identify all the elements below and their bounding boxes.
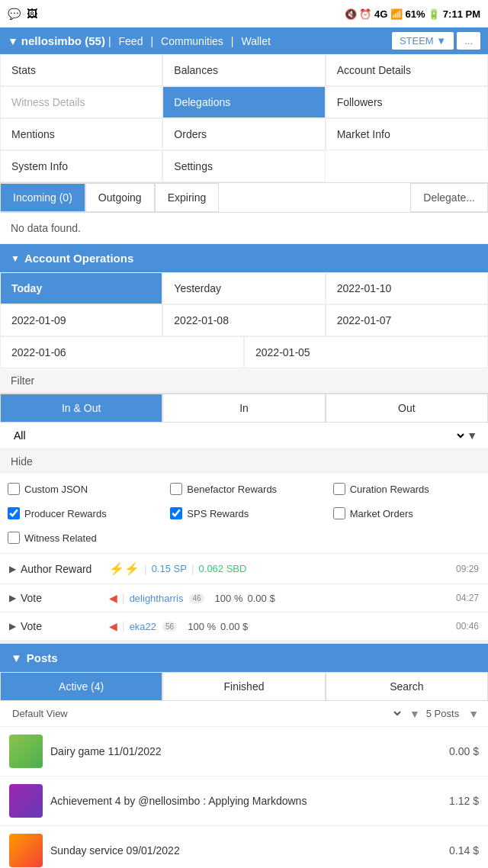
op-vote-2[interactable]: ▶ Vote ◀ | eka22 56 100 % 0.00 $ 00:46 xyxy=(0,612,488,641)
vote-direction-icon: ◀ xyxy=(109,592,117,604)
tab-finished-posts[interactable]: Finished xyxy=(162,672,325,701)
op-time-label: 04:27 xyxy=(456,593,479,603)
more-button[interactable]: ... xyxy=(457,32,480,50)
tab-incoming[interactable]: Incoming (0) xyxy=(0,183,85,212)
post-title-dairy1: Dairy game 11/01/2022 xyxy=(50,745,441,757)
steem-logo-icon: ⚡⚡ xyxy=(109,561,140,576)
benefactor-rewards-checkbox[interactable] xyxy=(170,483,182,495)
op-user-label[interactable]: delightharris xyxy=(130,593,184,604)
op-sbd-amount: 0.062 SBD xyxy=(199,563,247,574)
filter-all-select[interactable]: All Votes Comments Transfers Rewards xyxy=(11,429,467,442)
posts-list: Dairy game 11/01/2022 0.00 $ Achievement… xyxy=(0,727,488,868)
hide-curation-rewards[interactable]: Curation Rewards xyxy=(326,477,488,501)
menu-account-details[interactable]: Account Details xyxy=(326,54,488,86)
post-item-achievement[interactable]: Achievement 4 by @nellosimbo : Applying … xyxy=(0,776,488,826)
post-value-sunday: 0.14 $ xyxy=(449,844,479,857)
hide-custom-json[interactable]: Custom JSON xyxy=(0,477,162,501)
communities-link[interactable]: Communities xyxy=(156,34,228,49)
filter-label: Filter xyxy=(0,368,488,394)
dropdown-arrow-icon: ▼ xyxy=(467,429,477,442)
post-title-sunday: Sunday service 09/01/2022 xyxy=(50,844,441,857)
tab-active-posts[interactable]: Active (4) xyxy=(0,672,162,701)
op-author-reward[interactable]: ▶ Author Reward ⚡⚡ | 0.15 SP | 0.062 SBD… xyxy=(0,554,488,584)
sps-rewards-checkbox[interactable] xyxy=(170,507,182,519)
menu-stats[interactable]: Stats xyxy=(0,54,162,86)
op-expand-icon[interactable]: ▶ xyxy=(9,564,16,574)
menu-followers[interactable]: Followers xyxy=(326,86,488,118)
filter-tabs: In & Out In Out xyxy=(0,394,488,423)
menu-orders[interactable]: Orders xyxy=(162,118,325,150)
witness-related-checkbox[interactable] xyxy=(8,532,20,544)
date-yesterday[interactable]: Yesterday xyxy=(162,272,325,304)
curation-rewards-checkbox[interactable] xyxy=(333,483,345,495)
filter-tab-in[interactable]: In xyxy=(162,394,325,423)
date-2022-01-08[interactable]: 2022-01-08 xyxy=(162,304,325,336)
filter-tab-out[interactable]: Out xyxy=(326,394,488,423)
feed-link[interactable]: Feed xyxy=(114,34,148,49)
post-thumb-achievement xyxy=(9,784,43,818)
op-type-label: Author Reward xyxy=(21,563,104,575)
hide-label: Hide xyxy=(0,449,488,474)
op-val-label: 0.00 $ xyxy=(220,621,248,632)
op-vote-1[interactable]: ▶ Vote ◀ | delightharris 46 100 % 0.00 $… xyxy=(0,584,488,612)
tab-outgoing[interactable]: Outgoing xyxy=(85,183,155,212)
hide-sps-rewards[interactable]: SPS Rewards xyxy=(162,501,325,526)
op-user-label[interactable]: eka22 xyxy=(130,621,156,632)
post-item-sunday[interactable]: Sunday service 09/01/2022 0.14 $ xyxy=(0,826,488,868)
tab-delegate[interactable]: Delegate... xyxy=(410,183,488,212)
menu-system-info[interactable]: System Info xyxy=(0,150,162,182)
hide-witness-related[interactable]: Witness Related xyxy=(0,526,162,550)
username-label[interactable]: nellosimbo (55) xyxy=(21,34,105,47)
date-2022-01-09[interactable]: 2022-01-09 xyxy=(0,304,162,336)
menu-balances[interactable]: Balances xyxy=(162,54,325,86)
op-expand-icon[interactable]: ▶ xyxy=(9,621,16,632)
curation-rewards-label: Curation Rewards xyxy=(350,484,429,495)
battery-label: 61% xyxy=(406,8,425,20)
tab-search-posts[interactable]: Search xyxy=(326,672,488,701)
market-orders-checkbox[interactable] xyxy=(333,507,345,519)
op-val-label: 0.00 $ xyxy=(247,593,274,604)
posts-count-arrow-icon: ▼ xyxy=(468,708,479,720)
time-label: 7:11 PM xyxy=(443,8,480,20)
hide-producer-rewards[interactable]: Producer Rewards xyxy=(0,501,162,526)
user-badge: 56 xyxy=(162,622,177,632)
posts-header: ▼ Posts xyxy=(0,644,488,672)
producer-rewards-checkbox[interactable] xyxy=(8,507,20,519)
menu-witness-details[interactable]: Witness Details xyxy=(0,86,162,118)
status-left: 💬 🖼 xyxy=(8,8,37,20)
date-today[interactable]: Today xyxy=(0,272,162,304)
op-expand-icon[interactable]: ▶ xyxy=(9,593,16,603)
posts-view-select[interactable]: Default View Compact View xyxy=(9,707,403,720)
op-pct-label: 100 % xyxy=(215,593,243,604)
signal-icon: 📶 xyxy=(390,8,403,20)
status-right: 🔇 ⏰ 4G 📶 61% 🔋 7:11 PM xyxy=(345,8,480,20)
post-thumb-sunday xyxy=(9,834,43,867)
hide-market-orders[interactable]: Market Orders xyxy=(326,501,488,526)
custom-json-label: Custom JSON xyxy=(24,484,88,495)
date-2022-01-10[interactable]: 2022-01-10 xyxy=(326,272,488,304)
date-2022-01-07[interactable]: 2022-01-07 xyxy=(326,304,488,336)
filter-tab-inout[interactable]: In & Out xyxy=(0,394,162,423)
delegation-tabs: Incoming (0) Outgoing Expiring Delegate.… xyxy=(0,183,488,213)
date-2022-01-05[interactable]: 2022-01-05 xyxy=(244,336,488,368)
battery-icon: 🔋 xyxy=(428,8,440,20)
dropdown-chevron-icon: ▼ xyxy=(409,708,420,720)
hide-benefactor-rewards[interactable]: Benefactor Rewards xyxy=(162,477,325,501)
menu-mentions[interactable]: Mentions xyxy=(0,118,162,150)
witness-related-label: Witness Related xyxy=(24,532,97,544)
post-item-dairy1[interactable]: Dairy game 11/01/2022 0.00 $ xyxy=(0,727,488,776)
status-bar: 💬 🖼 🔇 ⏰ 4G 📶 61% 🔋 7:11 PM xyxy=(0,0,488,27)
menu-delegations[interactable]: Delegations xyxy=(162,86,325,118)
steem-button[interactable]: STEEM ▼ xyxy=(392,32,454,50)
alarm-icon: ⏰ xyxy=(359,8,371,20)
menu-market-info[interactable]: Market Info xyxy=(326,118,488,150)
custom-json-checkbox[interactable] xyxy=(8,483,20,495)
menu-settings[interactable]: Settings xyxy=(162,150,325,182)
wallet-link[interactable]: Wallet xyxy=(236,34,274,49)
post-title-achievement: Achievement 4 by @nellosimbo : Applying … xyxy=(50,795,441,807)
vote-direction-icon: ◀ xyxy=(109,620,117,632)
tab-expiring[interactable]: Expiring xyxy=(155,183,220,212)
account-operations-title: Account Operations xyxy=(24,252,133,265)
top-nav: ▼ nellosimbo (55) | Feed | Communities |… xyxy=(0,27,488,54)
date-2022-01-06[interactable]: 2022-01-06 xyxy=(0,336,244,368)
